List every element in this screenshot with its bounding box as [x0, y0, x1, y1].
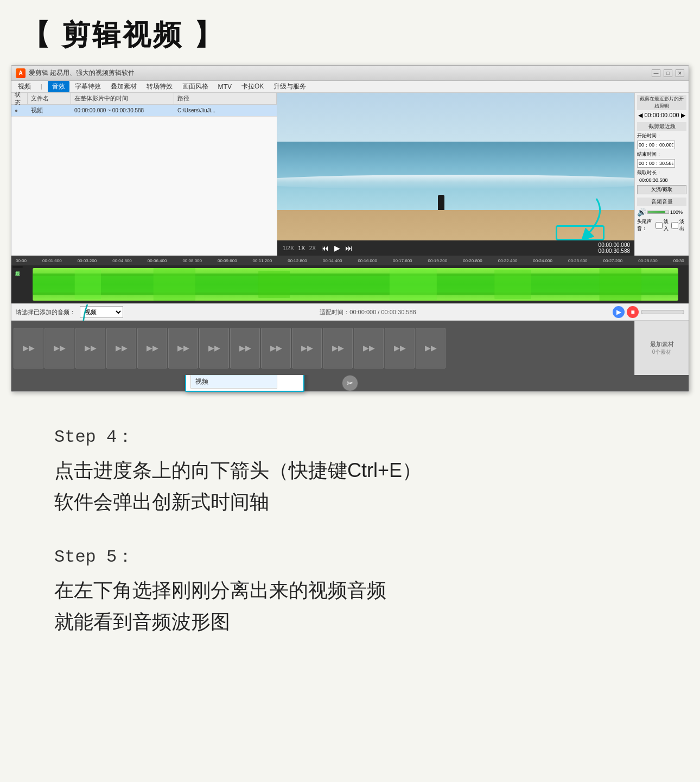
menu-mtv[interactable]: MTV: [214, 82, 236, 92]
speed-half[interactable]: 1/2X: [282, 245, 295, 251]
prev-clip-btn[interactable]: ◀ 00:00:00.000 ▶: [638, 112, 685, 119]
menu-overlay[interactable]: 叠加素材: [106, 81, 141, 92]
end-label: 结束时间：: [637, 151, 661, 158]
next-frame-btn[interactable]: ⏭: [344, 243, 354, 253]
step5-title: Step 5：: [54, 544, 646, 568]
tmark-15: 00:24.000: [533, 258, 552, 263]
tmark-19: 00:30: [673, 258, 684, 263]
thumb-arrow-1: ▶▶: [23, 344, 35, 352]
tmark-9: 00:14.400: [323, 258, 342, 263]
timeline-ruler-area: 00:00 00:01.600 00:03.200 00:04.800 00:0…: [11, 256, 689, 265]
speaker-icon: 🔊: [637, 208, 646, 217]
title-bracket-right: 】: [194, 19, 224, 50]
stop-btn-bottom[interactable]: ■: [627, 306, 639, 318]
file-row[interactable]: ● 视频 00:00:00.000 ~ 00:00:30.588 C:\User…: [11, 105, 277, 117]
scissors-button[interactable]: ✂: [342, 375, 358, 391]
tmark-6: 00:09.600: [218, 258, 237, 263]
waveform-label: 立音频: [12, 266, 23, 268]
playback-controls[interactable]: ⏮ ▶ ⏭: [320, 243, 354, 253]
beach-scene: [277, 93, 634, 256]
speed-buttons[interactable]: 1/2X 1X 2X: [282, 245, 317, 251]
menu-audio[interactable]: 音效: [48, 81, 69, 92]
menu-transition[interactable]: 转场特效: [142, 81, 177, 92]
thumb-9: ▶▶: [261, 328, 291, 368]
steps-area: Step 4： 点击进度条上的向下箭头（快捷键Ctrl+E） 软件会弹出创新式时…: [0, 392, 700, 659]
svg-rect-7: [494, 270, 531, 299]
tmark-13: 00:20.800: [463, 258, 482, 263]
title-bar-controls[interactable]: — □ ✕: [652, 69, 684, 77]
file-path: C:\Users\JiuJi...: [174, 105, 277, 116]
clip-section-title: 截剪在最近影片的开始剪辑: [637, 95, 686, 110]
speaker-label: 头尾声音：: [637, 218, 654, 232]
thumb-arrow-9: ▶▶: [270, 344, 282, 352]
col-header-time: 在整体影片中的时间: [71, 93, 174, 104]
tmark-0: 00:00: [16, 258, 27, 263]
menu-subtitle[interactable]: 字幕特效: [71, 81, 105, 92]
playback-btns-bottom[interactable]: ▶ ■: [613, 306, 684, 318]
minimize-button[interactable]: —: [652, 69, 660, 77]
tmark-11: 00:17.600: [393, 258, 412, 263]
volume-slider[interactable]: [641, 310, 684, 314]
thumb-8: ▶▶: [230, 328, 260, 368]
waveform-svg: [11, 265, 689, 303]
audio-select-label: 请选择已添加的音频：: [16, 308, 75, 316]
menu-karaoke[interactable]: 卡拉OK: [237, 81, 268, 92]
thumb-arrow-13: ▶▶: [394, 344, 406, 352]
step5-content: 在左下角选择刚刚分离出来的视频音频 就能看到音频波形图: [54, 575, 646, 637]
play-btn[interactable]: ▶: [332, 243, 342, 253]
thumb-strip-bg: ▶▶ ▶▶ ▶▶ ▶▶ ▶▶ ▶▶ ▶▶ ▶▶ ▶▶ ▶▶ ▶▶ ▶▶ ▶▶ ▶…: [11, 321, 689, 375]
file-list-empty: [11, 117, 277, 256]
time-navigation[interactable]: ◀ 00:00:00.000 ▶: [637, 112, 686, 119]
dropdown-opt-video[interactable]: 视频: [191, 376, 277, 388]
wave-area: [277, 142, 634, 215]
file-list-header: 状态 文件名 在整体影片中的时间 路径: [11, 93, 277, 105]
thumb-14: ▶▶: [416, 328, 446, 368]
thumb-4: ▶▶: [106, 328, 136, 368]
app-icon: A: [16, 68, 26, 78]
trim-title: 截剪最近频: [637, 122, 686, 131]
crop-btn[interactable]: 欠流/截取: [637, 185, 686, 194]
fade-out-checkbox[interactable]: [671, 222, 678, 229]
thumb-arrow-11: ▶▶: [332, 344, 344, 352]
end-time-input[interactable]: [637, 159, 675, 168]
step4-title: Step 4：: [54, 424, 646, 448]
fade-in-label: 淡入: [664, 218, 671, 232]
file-time: 00:00:00.000 ~ 00:00:30.588: [71, 105, 174, 116]
tmark-18: 00:28.800: [638, 258, 658, 263]
volume-fill: [648, 211, 665, 213]
thumb-2: ▶▶: [44, 328, 74, 368]
speed-2x[interactable]: 2X: [308, 245, 317, 251]
svg-rect-4: [154, 268, 195, 301]
end-time-row: 结束时间：: [637, 151, 686, 158]
restore-button[interactable]: □: [664, 69, 672, 77]
duration-label: 截取时长：: [637, 169, 661, 176]
close-button[interactable]: ✕: [676, 69, 684, 77]
thumb-10: ▶▶: [292, 328, 322, 368]
col-header-path: 路径: [174, 93, 277, 104]
speed-1x[interactable]: 1X: [297, 245, 306, 251]
menu-upgrade[interactable]: 升级与服务: [269, 81, 310, 92]
time-info: 适配时间：00:00:000 / 00:00:30.588: [320, 308, 416, 316]
total-time: 00:00:30.588: [599, 248, 630, 254]
teal-rect: [556, 225, 604, 240]
tmark-16: 00:25.600: [568, 258, 588, 263]
clip-section: 截剪在最近影片的开始剪辑 ◀ 00:00:00.000 ▶: [637, 95, 686, 119]
thumb-3: ▶▶: [75, 328, 105, 368]
prev-frame-btn[interactable]: ⏮: [320, 243, 330, 253]
thumb-arrow-10: ▶▶: [301, 344, 313, 352]
svg-rect-5: [258, 271, 290, 298]
preview-controls-row: 1/2X 1X 2X ⏮ ▶ ⏭ 00:00:00.000: [277, 93, 689, 256]
fade-in-checkbox[interactable]: [656, 222, 663, 229]
thumb-1: ▶▶: [14, 328, 43, 368]
fade-row: 头尾声音： 淡入 淡出: [637, 218, 686, 232]
play-btn-bottom[interactable]: ▶: [613, 306, 625, 318]
bird-silhouette: [438, 195, 444, 210]
teal-annotation: [556, 225, 604, 240]
start-time-input[interactable]: [637, 141, 675, 149]
menu-style[interactable]: 画面风格: [178, 81, 213, 92]
title-bar-left: A 爱剪辑 超易用、强大的视频剪辑软件: [16, 68, 135, 78]
volume-bar[interactable]: [647, 211, 669, 214]
thumb-12: ▶▶: [354, 328, 384, 368]
menu-bar[interactable]: 视频 | 音效 字幕特效 叠加素材 转场特效 画面风格 MTV 卡拉OK 升级与…: [11, 81, 689, 93]
tmark-12: 00:19.200: [428, 258, 448, 263]
